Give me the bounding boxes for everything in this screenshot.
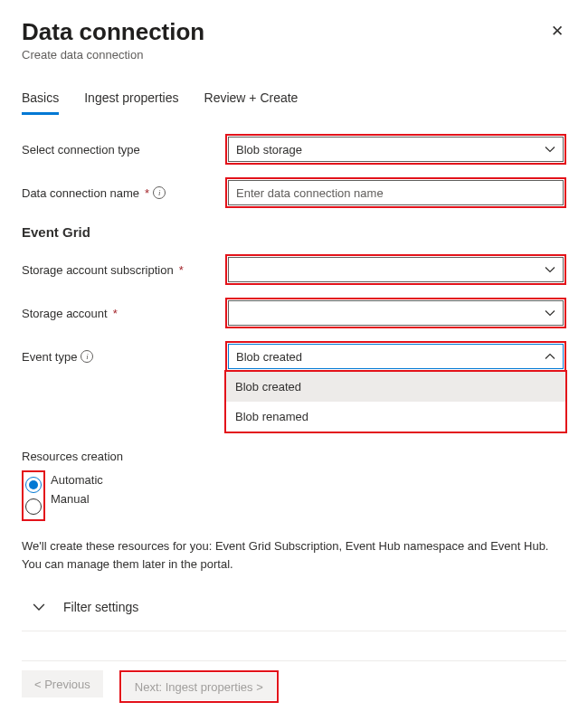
storage-account-label: Storage account * [22, 307, 225, 320]
close-button[interactable]: ✕ [548, 22, 566, 40]
resources-creation-label: Resources creation [22, 450, 123, 463]
filter-settings-label: Filter settings [63, 600, 138, 614]
radio-manual-label: Manual [51, 492, 90, 506]
radio-manual[interactable] [25, 496, 42, 517]
tab-ingest-properties[interactable]: Ingest properties [84, 83, 178, 115]
required-indicator: * [145, 186, 149, 200]
radio-automatic-label: Automatic [51, 473, 103, 487]
connection-name-input[interactable] [228, 180, 564, 205]
chevron-down-icon [33, 601, 45, 613]
connection-type-label: Select connection type [22, 143, 225, 157]
tab-basics[interactable]: Basics [22, 83, 59, 115]
required-indicator: * [113, 307, 118, 320]
filter-settings-toggle[interactable]: Filter settings [22, 591, 566, 631]
page-subtitle: Create data connection [22, 48, 566, 62]
info-icon[interactable]: i [153, 186, 166, 199]
connection-type-dropdown[interactable]: Blob storage [228, 137, 564, 162]
storage-subscription-dropdown[interactable] [228, 257, 564, 282]
info-icon[interactable]: i [81, 350, 93, 363]
previous-button[interactable]: < Previous [22, 670, 103, 697]
chevron-down-icon [545, 308, 555, 318]
close-icon: ✕ [551, 22, 564, 41]
chevron-down-icon [545, 144, 555, 155]
event-type-menu: Blob created Blob renamed [224, 370, 567, 433]
event-type-label: Event type i [22, 350, 225, 364]
storage-account-dropdown[interactable] [228, 300, 564, 326]
storage-subscription-label: Storage account subscription * [22, 263, 225, 277]
connection-name-label: Data connection name * i [22, 186, 225, 200]
chevron-up-icon [545, 351, 555, 362]
tab-review-create[interactable]: Review + Create [204, 83, 299, 115]
event-type-dropdown[interactable]: Blob created [228, 344, 564, 369]
chevron-down-icon [545, 264, 555, 275]
radio-automatic[interactable] [25, 474, 42, 496]
page-title: Data connection [22, 18, 566, 46]
event-type-option-blob-created[interactable]: Blob created [226, 372, 565, 402]
footer: < Previous Next: Ingest properties > [22, 660, 566, 703]
next-button[interactable]: Next: Ingest properties > [122, 673, 276, 700]
event-type-option-blob-renamed[interactable]: Blob renamed [226, 402, 565, 432]
required-indicator: * [179, 263, 184, 277]
radio-icon [25, 498, 42, 515]
help-text: We'll create these resources for you: Ev… [22, 537, 566, 573]
radio-icon [25, 477, 42, 493]
event-grid-section-title: Event Grid [22, 224, 566, 240]
tabs: Basics Ingest properties Review + Create [22, 83, 566, 116]
